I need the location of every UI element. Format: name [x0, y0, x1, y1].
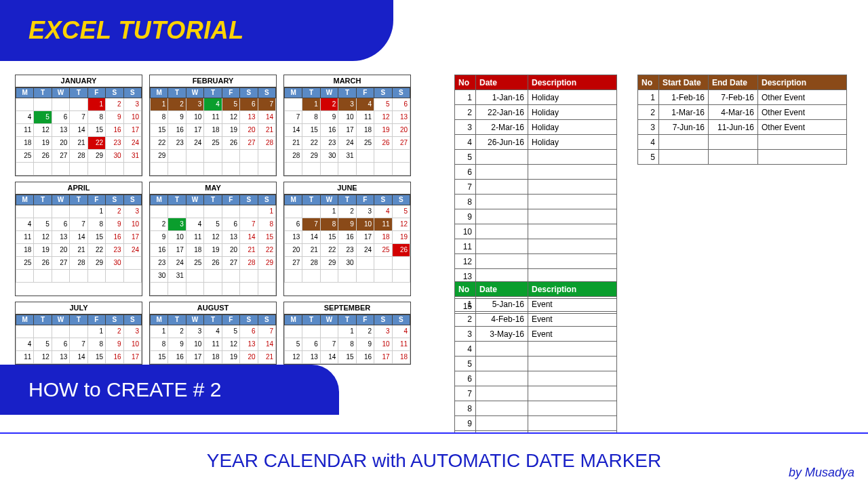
- day-cell: 14: [320, 351, 338, 364]
- day-cell: 16: [106, 124, 123, 137]
- day-cell: [285, 205, 302, 218]
- day-cell: 2: [106, 205, 123, 218]
- day-cell: [52, 98, 69, 111]
- weekday-header: T: [204, 315, 222, 325]
- day-cell: 20: [392, 124, 410, 137]
- day-cell: [285, 163, 302, 176]
- bottom-strip: YEAR CALENDAR with AUTOMATIC DATE MARKER…: [0, 432, 868, 488]
- day-cell: 1: [87, 325, 105, 338]
- weekday-header: S: [258, 315, 275, 325]
- weekday-header: S: [258, 88, 275, 98]
- weekday-header: S: [392, 88, 410, 98]
- day-cell: 15: [338, 351, 356, 364]
- day-cell: [34, 325, 52, 338]
- day-cell: 15: [151, 124, 168, 137]
- day-cell: 10: [374, 338, 392, 351]
- cell: [476, 180, 528, 195]
- day-cell: 15: [87, 351, 105, 364]
- day-cell: 29: [258, 257, 275, 270]
- day-cell: [34, 163, 52, 176]
- weekday-header: F: [356, 315, 374, 325]
- cell: 26-Jun-16: [476, 135, 528, 150]
- month-september: SEPTEMBERMTWTFSS123456789101112131415161…: [283, 302, 411, 365]
- day-cell: 12: [222, 111, 239, 124]
- table-row: 10: [455, 224, 617, 239]
- table-row: 5: [455, 150, 617, 165]
- day-cell: [222, 283, 239, 296]
- day-cell: [374, 270, 392, 283]
- day-cell: 11: [374, 218, 392, 231]
- weekday-header: T: [338, 88, 356, 98]
- day-cell: 20: [52, 244, 69, 257]
- weekday-header: S: [392, 195, 410, 205]
- cell: [528, 416, 617, 431]
- weekday-header: S: [240, 88, 258, 98]
- day-cell: 16: [338, 231, 356, 244]
- weekday-header: W: [52, 315, 69, 325]
- day-cell: [204, 205, 222, 218]
- weekday-header: S: [106, 195, 123, 205]
- day-cell: [52, 205, 69, 218]
- day-cell: [374, 163, 392, 176]
- day-cell: [258, 270, 275, 283]
- table-row: 6: [455, 371, 617, 386]
- weekday-header: S: [240, 315, 258, 325]
- weekday-header: M: [285, 315, 302, 325]
- day-cell: 21: [70, 137, 87, 150]
- weekday-header: T: [70, 88, 87, 98]
- day-cell: 10: [186, 338, 203, 351]
- day-cell: 28: [302, 257, 320, 270]
- day-cell: 10: [168, 231, 186, 244]
- day-cell: 5: [34, 218, 52, 231]
- weekday-header: W: [186, 88, 203, 98]
- table-row: 9: [455, 209, 617, 224]
- day-cell: [52, 163, 69, 176]
- cell: Other Event: [758, 105, 847, 120]
- day-cell: [374, 150, 392, 163]
- table-row: 33-May-16Event: [455, 327, 617, 342]
- day-cell: 15: [87, 124, 105, 137]
- day-cell: 12: [222, 338, 239, 351]
- table-row: 11-Jan-16Holiday: [455, 90, 617, 105]
- day-cell: 24: [356, 244, 374, 257]
- day-cell: [186, 283, 203, 296]
- day-cell: 17: [123, 231, 141, 244]
- cell: 3-May-16: [476, 327, 528, 342]
- weekday-header: T: [70, 195, 87, 205]
- weekday-header: W: [186, 315, 203, 325]
- day-cell: 3: [123, 205, 141, 218]
- table-row: 11: [455, 239, 617, 254]
- month-june: JUNEMTWTFSS12345678910111213141516171819…: [283, 182, 411, 296]
- weekday-header: W: [52, 88, 69, 98]
- weekday-header: W: [320, 88, 338, 98]
- day-cell: 19: [222, 124, 239, 137]
- day-cell: 3: [374, 325, 392, 338]
- day-cell: [70, 325, 87, 338]
- day-cell: 20: [222, 244, 239, 257]
- weekday-header: W: [52, 195, 69, 205]
- table-row: 8: [455, 401, 617, 416]
- day-cell: 30: [338, 257, 356, 270]
- day-cell: 23: [106, 137, 123, 150]
- day-cell: 11: [204, 338, 222, 351]
- table-row: 32-Mar-16Holiday: [455, 120, 617, 135]
- cell: 4: [455, 135, 476, 150]
- day-cell: 17: [374, 351, 392, 364]
- day-cell: 5: [374, 98, 392, 111]
- day-cell: 28: [258, 137, 275, 150]
- day-cell: 26: [34, 257, 52, 270]
- day-cell: [186, 163, 203, 176]
- day-cell: 27: [240, 137, 258, 150]
- day-cell: [258, 283, 275, 296]
- day-cell: [356, 163, 374, 176]
- day-cell: 25: [16, 257, 34, 270]
- day-cell: 7: [258, 98, 275, 111]
- day-cell: 5: [34, 111, 52, 124]
- day-cell: 31: [338, 150, 356, 163]
- day-cell: 15: [258, 231, 275, 244]
- day-cell: 27: [285, 257, 302, 270]
- day-cell: [320, 163, 338, 176]
- cell: 1-Feb-16: [659, 90, 709, 105]
- weekday-header: S: [123, 88, 141, 98]
- cell: 5: [455, 150, 476, 165]
